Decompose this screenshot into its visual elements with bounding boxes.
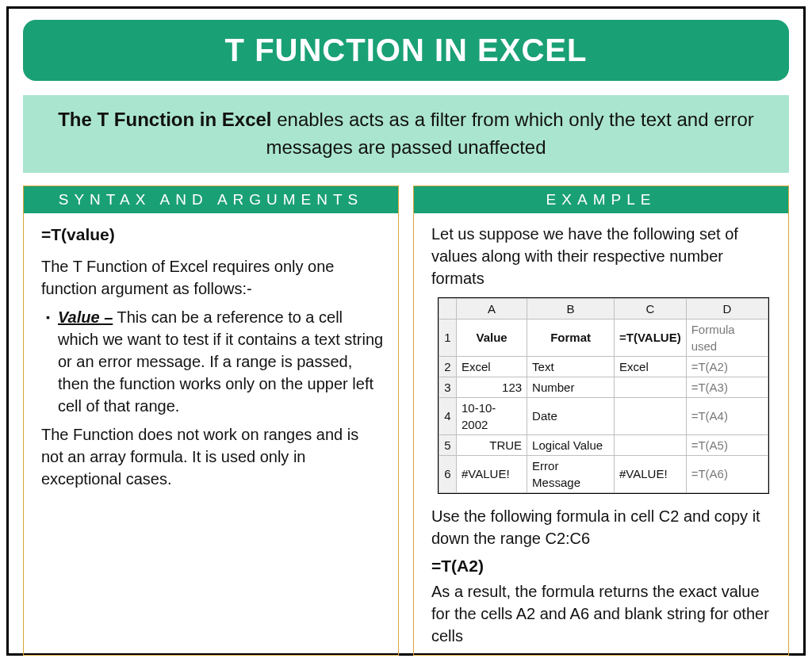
cell-A: TRUE <box>457 434 527 455</box>
cell-C <box>615 377 687 397</box>
row-n: 3 <box>439 377 457 397</box>
example-table: A B C D 1 Value Format =T(VALUE) Formula… <box>439 298 768 493</box>
col-D: D <box>686 298 768 319</box>
table-colheaders: A B C D <box>439 298 768 319</box>
cell-A: #VALUE! <box>457 455 527 492</box>
table-row: 5 TRUE Logical Value =T(A5) <box>439 434 768 455</box>
row-n: 5 <box>439 434 457 455</box>
syntax-panel: SYNTAX AND ARGUMENTS =T(value) The T Fun… <box>23 186 399 656</box>
row-n: 2 <box>439 356 457 377</box>
example-formula: =T(A2) <box>431 554 774 577</box>
table-header-row: 1 Value Format =T(VALUE) Formula used <box>439 319 768 356</box>
cell-B: Text <box>527 356 615 377</box>
cell-A: 123 <box>457 377 527 397</box>
example-intro: Let us suppose we have the following set… <box>431 223 774 289</box>
cell-D: =T(A6) <box>686 455 768 492</box>
description-text: enables acts as a filter from which only… <box>266 109 753 158</box>
corner-cell <box>439 298 457 319</box>
syntax-body: =T(value) The T Function of Excel requir… <box>24 213 398 490</box>
bullet-icon: ▪ <box>46 306 50 417</box>
row-n: 4 <box>439 397 457 434</box>
cell-C: #VALUE! <box>615 455 687 492</box>
hdr-B: Format <box>527 319 615 356</box>
cell-D: =T(A4) <box>686 397 768 434</box>
cell-D: =T(A2) <box>686 356 768 377</box>
example-use-note: Use the following formula in cell C2 and… <box>431 505 774 549</box>
cell-B: Date <box>527 397 615 434</box>
col-C: C <box>615 298 687 319</box>
description-banner: The T Function in Excel enables acts as … <box>23 95 789 173</box>
hdr-D: Formula used <box>686 319 768 356</box>
example-header: EXAMPLE <box>414 186 788 213</box>
syntax-formula: =T(value) <box>41 223 384 246</box>
row-1: 1 <box>439 319 457 356</box>
argument-text: Value – This can be a reference to a cel… <box>58 306 384 417</box>
table-row: 3 123 Number =T(A3) <box>439 377 768 397</box>
example-result: As a result, the formula returns the exa… <box>431 580 774 647</box>
columns: SYNTAX AND ARGUMENTS =T(value) The T Fun… <box>23 186 789 656</box>
document-frame: T FUNCTION IN EXCEL The T Function in Ex… <box>6 6 806 656</box>
table-row: 4 10-10-2002 Date =T(A4) <box>439 397 768 434</box>
col-A: A <box>457 298 527 319</box>
cell-D: =T(A3) <box>686 377 768 397</box>
cell-A: 10-10-2002 <box>457 397 527 434</box>
cell-B: Number <box>527 377 615 397</box>
table-row: 2 Excel Text Excel =T(A2) <box>439 356 768 377</box>
row-n: 6 <box>439 455 457 492</box>
syntax-argument: ▪ Value – This can be a reference to a c… <box>46 306 384 417</box>
cell-A: Excel <box>457 356 527 377</box>
cell-C: Excel <box>615 356 687 377</box>
example-body: Let us suppose we have the following set… <box>414 213 788 647</box>
argument-name: Value – <box>58 308 113 326</box>
syntax-intro: The T Function of Excel requires only on… <box>41 255 384 300</box>
hdr-A: Value <box>457 319 527 356</box>
cell-C <box>615 434 687 455</box>
example-panel: EXAMPLE Let us suppose we have the follo… <box>413 186 789 656</box>
table-row: 6 #VALUE! Error Message #VALUE! =T(A6) <box>439 455 768 492</box>
hdr-C: =T(VALUE) <box>615 319 687 356</box>
page-title: T FUNCTION IN EXCEL <box>23 20 789 81</box>
cell-B: Logical Value <box>527 434 615 455</box>
syntax-note: The Function does not work on ranges and… <box>41 423 384 490</box>
example-table-wrap: A B C D 1 Value Format =T(VALUE) Formula… <box>438 297 769 494</box>
syntax-header: SYNTAX AND ARGUMENTS <box>24 186 398 213</box>
cell-D: =T(A5) <box>686 434 768 455</box>
cell-C <box>615 397 687 434</box>
col-B: B <box>527 298 615 319</box>
cell-B: Error Message <box>527 455 615 492</box>
description-bold: The T Function in Excel <box>58 109 271 130</box>
